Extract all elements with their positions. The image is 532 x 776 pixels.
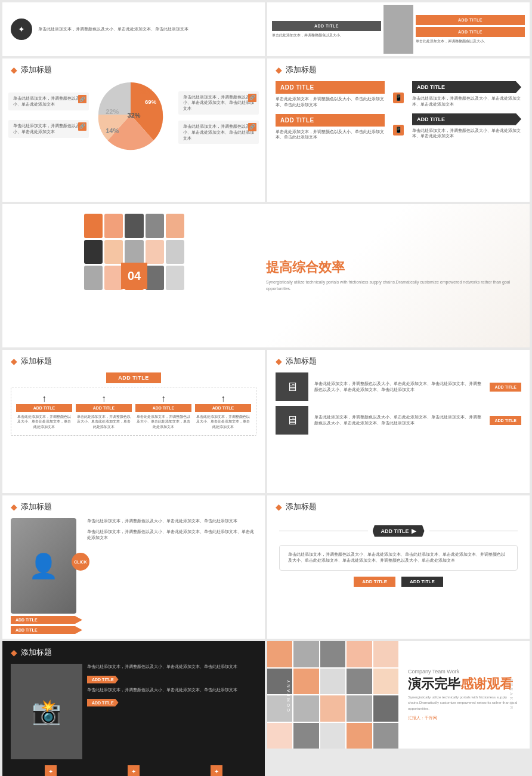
dark-img: 📸 xyxy=(11,664,82,759)
social-icon: ✦ xyxy=(11,19,32,40)
orange-title-2: ADD TITLE xyxy=(276,114,385,127)
flow-text-1: 单击此处添加文本，并调整颜色以及大小、单击此处添加文本，单击此处添加文本 xyxy=(16,414,72,429)
flow-items: ↑ ADD TITLE 单击此处添加文本，并调整颜色以及大小、单击此处添加文本，… xyxy=(16,393,251,429)
orange-desc-2: 单击此处添加文本，并调整颜色以及大小、单击此处添加文本、单击此处添加文本 xyxy=(276,129,385,141)
click-badge: CLICK xyxy=(72,553,89,571)
center-title-row: ADD TITLE ▶ xyxy=(279,525,518,537)
slide2-header-title: 添加标题 xyxy=(21,64,52,75)
icon-col: 📱 📱 xyxy=(393,81,404,146)
palette-12 xyxy=(104,266,123,290)
top-right-text: 单击此处添加文本，并调整整颜色以及大小。 xyxy=(272,33,381,38)
add-title-btn-1[interactable]: ADD TITLE xyxy=(490,383,521,392)
person-img: 👤 xyxy=(11,518,76,614)
palette-8 xyxy=(125,240,143,264)
img-text-1: 单击此处添加文本，并调整颜色以及大小、单击此处添加文本、单击此处添加文本、并调整… xyxy=(314,381,484,393)
top-title-1: ADD TITLE xyxy=(272,21,381,31)
pct-14: 14% xyxy=(106,127,119,134)
number-badge: 04 xyxy=(121,263,147,289)
btn2[interactable]: ADD TITLE xyxy=(401,577,443,587)
img-row-2: 🖥 单击此处添加文本，并调整颜色以及大小、单击此处添加文本、单击此处添加文本、并… xyxy=(276,406,521,435)
top-img-placeholder xyxy=(383,5,413,54)
flow-title-3: ADD TITLE xyxy=(135,404,191,412)
pie-right-text: 单击此处添加文本，并调整颜色以及大小、单击此处添加文本、单击此处添加文本 xyxy=(183,95,254,111)
link-icon-4[interactable]: 🔗 xyxy=(248,123,256,131)
slide-big-left: 04 xyxy=(2,204,266,347)
pie-chart: 69% 69% 32% 14% 22% xyxy=(95,79,172,156)
palette-14 xyxy=(146,266,164,290)
pct-22: 22% xyxy=(106,108,119,115)
dark-icon-item-2: ✦ 单击此处添加文本，并调整颜色以及大小、单击此处添加文本、单击此处添加文本 xyxy=(94,765,174,776)
final-content: COMPANY Company Team Work 演示完毕感谢观看 Syner… xyxy=(267,641,530,749)
pie-left-text2: 单击此处添加文本，并调整颜色以及大小、单击此处添加文本 xyxy=(13,124,84,134)
big-title-main: 提高综合效率 xyxy=(266,260,518,275)
arrow-title-1: ADD TITLE xyxy=(412,81,521,93)
dark-icons-grid: ✦ 单击此处添加文本，并调整颜色以及大小、单击此处添加文本、单击此处添加文本 ✦… xyxy=(2,765,265,776)
dark-btn-2: ADD TITLE xyxy=(87,699,256,707)
top-left-text: 单击此处添加文本，并调整颜色以及大小、单击此处添加文本、单击此处添加文本 xyxy=(38,26,188,32)
pie-right-text2: 单击此处添加文本，并调整颜色以及大小、单击此处添加文本、单击此处添加文本 xyxy=(183,124,254,140)
link-icon-2[interactable]: 🔗 xyxy=(78,122,86,131)
flow-item-1: ↑ ADD TITLE 单击此处添加文本，并调整颜色以及大小、单击此处添加文本，… xyxy=(16,393,72,429)
monitor-icon-1: 🖥 xyxy=(276,372,308,401)
link-icon-1[interactable]: 🔗 xyxy=(78,95,86,103)
pie-left-text1: 单击此处添加文本，并调整颜色以及大小、单击此处添加文本 xyxy=(13,96,84,106)
phone-btn-1[interactable]: ADD TITLE xyxy=(11,616,82,624)
titlebar-content: ADD TITLE ▶ 单击此处添加文本，并调整颜色以及大小、单击此处添加文本、… xyxy=(267,516,530,593)
palette-2 xyxy=(104,214,123,238)
dark-star-2: ✦ xyxy=(128,765,140,776)
orange-desc-3: 单击此处添加文本，并调整颜色以及大小、单击此处添加文本、单击此处添加文本 xyxy=(412,96,521,107)
slide5-header-icon: ◆ xyxy=(11,356,17,366)
link-icon-3[interactable]: 🔗 xyxy=(248,94,256,102)
slide6-header-icon: ◆ xyxy=(276,356,282,366)
content-text: 单击此处添加文本，并调整颜色以及大小、单击此处添加文本、单击此处添加文本、单击此… xyxy=(288,552,509,564)
dark-btn-arrow-2[interactable]: ADD TITLE xyxy=(87,699,119,707)
center-title-box: ADD TITLE ▶ xyxy=(373,525,425,537)
dark-btn-arrow-1[interactable]: ADD TITLE xyxy=(87,676,119,683)
orange-left-col: ADD TITLE 单击此处添加文本，并调整颜色以及大小、单击此处添加文本、单击… xyxy=(276,81,385,146)
slide-final: COMPANY Company Team Work 演示完毕感谢观看 Syner… xyxy=(267,641,530,749)
phone-content: 👤 CLICK ADD TITLE ADD TITLE 单击此处添加文本，并调整… xyxy=(2,516,265,639)
slide3-header-icon: ◆ xyxy=(276,65,282,75)
dark-text: 单击此处添加文本，并调整颜色以及大小、单击此处添加文本、单击此处添加文本 xyxy=(87,664,256,670)
slide-efficiency: 04 提高综合效率 Synergistically utilize techni… xyxy=(2,204,530,347)
flow-item-4: ↑ ADD TITLE 单击此处添加文本，并调整颜色以及大小、单击此处添加文本，… xyxy=(195,393,251,429)
dark-star-3: ✦ xyxy=(211,765,222,776)
palette-7 xyxy=(104,240,123,264)
pct-32: 32% xyxy=(128,112,141,119)
phone-btn-2[interactable]: ADD TITLE xyxy=(11,626,82,634)
svg-text:69%: 69% xyxy=(145,98,157,105)
pie-left-content: 单击此处添加文本，并调整颜色以及大小、单击此处添加文本 🔗 单击此处添加文本，并… xyxy=(8,93,89,142)
phone-icon-2: 📱 xyxy=(393,125,404,136)
palette-11 xyxy=(84,266,103,290)
slide-flow: ◆ 添加标题 ADD TITLE ↑ ADD TITLE 单击此处添加文本，并调… xyxy=(2,350,265,493)
slide9-header-title: 添加标题 xyxy=(21,647,52,658)
dark-content: 📸 单击此处添加文本，并调整颜色以及大小、单击此处添加文本、单击此处添加文本 A… xyxy=(2,661,265,765)
final-accent: 感谢观看 xyxy=(460,676,513,691)
big-subtitle: Synergistically utilize technically port… xyxy=(266,279,518,292)
flow-title-4: ADD TITLE xyxy=(195,404,251,412)
btn1[interactable]: ADD TITLE xyxy=(354,577,395,587)
img-row-1: 🖥 单击此处添加文本，并调整颜色以及大小、单击此处添加文本、单击此处添加文本、并… xyxy=(276,372,521,401)
phone-icon-1: 📱 xyxy=(393,93,404,103)
slide7-header-icon: ◆ xyxy=(11,502,17,512)
slide-orange-titles: ◆ 添加标题 ADD TITLE 单击此处添加文本，并调整颜色以及大小、单击此处… xyxy=(267,58,530,202)
palette-1 xyxy=(84,214,103,238)
add-title-btn-2[interactable]: ADD TITLE xyxy=(490,416,521,425)
flow-arrow-4: ↑ xyxy=(195,393,251,404)
palette-5 xyxy=(166,214,184,238)
top-right-text2: 单击此处添加文本，并调整整颜色以及大小。 xyxy=(416,39,525,44)
arrow-title-2: ADD TITLE xyxy=(412,113,521,125)
slide-big-right: 提高综合效率 Synergistically utilize technical… xyxy=(266,204,530,347)
flow-item-3: ↑ ADD TITLE 单击此处添加文本，并调整颜色以及大小、单击此处添加文本，… xyxy=(135,393,191,429)
palette-3 xyxy=(125,214,143,238)
flow-arrow-3: ↑ xyxy=(135,393,191,404)
phone-right: 单击此处添加文本，并调整颜色以及大小、单击此处添加文本、单击此处添加文本 单击此… xyxy=(87,518,256,634)
orange-right-col: ADD TITLE 单击此处添加文本，并调整颜色以及大小、单击此处添加文本、单击… xyxy=(412,81,521,146)
slide8-header-icon: ◆ xyxy=(276,502,282,512)
slide5-header-title: 添加标题 xyxy=(21,356,52,367)
slide-dark-end: ◆ 添加标题 📸 单击此处添加文本，并调整颜色以及大小、单击此处添加文本、单击此… xyxy=(2,641,265,776)
big-title-accent: 综合效率 xyxy=(292,260,345,275)
slide-top-left: ✦ 单击此处添加文本，并调整颜色以及大小、单击此处添加文本、单击此处添加文本 xyxy=(2,2,265,56)
img-text-2: 单击此处添加文本，并调整颜色以及大小、单击此处添加文本、单击此处添加文本、并调整… xyxy=(314,414,484,426)
palette-6 xyxy=(84,240,103,264)
